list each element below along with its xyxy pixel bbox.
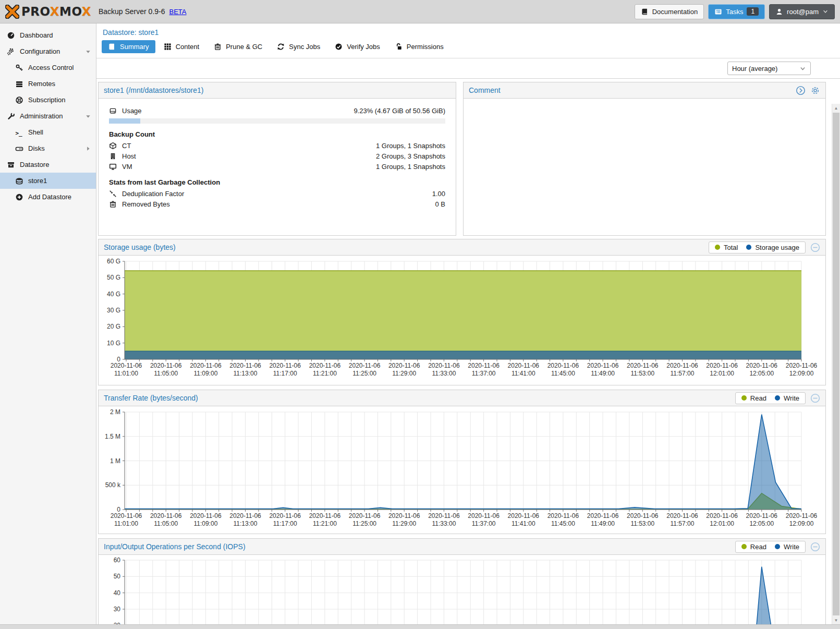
sidebar-item-dashboard[interactable]: Dashboard xyxy=(0,27,96,43)
chart-panel-header: Storage usage (bytes)TotalStorage usage xyxy=(99,239,825,256)
tachometer-icon xyxy=(7,31,15,40)
svg-text:11:33:00: 11:33:00 xyxy=(432,370,456,377)
range-select-value: Hour (average) xyxy=(732,65,777,72)
drive-icon xyxy=(109,107,117,115)
svg-text:>_: >_ xyxy=(16,129,23,136)
sidebar-item-shell[interactable]: >_Shell xyxy=(0,124,96,140)
sidebar-item-datastore[interactable]: Datastore xyxy=(0,156,96,173)
tab-label: Verify Jobs xyxy=(347,43,380,51)
sidebar-item-add-datastore[interactable]: Add Datastore xyxy=(0,189,96,205)
svg-text:2020-11-06: 2020-11-06 xyxy=(229,362,261,369)
product-subtitle: Backup Server 0.9-6 xyxy=(99,7,165,16)
svg-text:11:29:00: 11:29:00 xyxy=(392,520,416,527)
beta-link[interactable]: BETA xyxy=(169,8,187,16)
svg-text:11:17:00: 11:17:00 xyxy=(273,370,297,377)
tasks-icon xyxy=(714,8,722,16)
svg-text:2020-11-06: 2020-11-06 xyxy=(349,362,381,369)
minus-circle-icon[interactable] xyxy=(810,393,820,403)
stat-row: VM1 Groups, 1 Snapshots xyxy=(109,162,445,172)
scroll-up-arrow-icon[interactable]: ▲ xyxy=(832,104,840,112)
tab-content[interactable]: Content xyxy=(157,40,206,53)
svg-text:11:49:00: 11:49:00 xyxy=(591,370,615,377)
svg-text:30 G: 30 G xyxy=(107,307,120,314)
range-select[interactable]: Hour (average) xyxy=(727,62,811,75)
sidebar-item-administration[interactable]: Administration xyxy=(0,108,96,124)
legend-label: Write xyxy=(784,543,799,551)
legend-item-read[interactable]: Read xyxy=(741,543,766,551)
tab-prune-gc[interactable]: Prune & GC xyxy=(208,40,269,53)
main-content: Datastore: store1 SummaryContentPrune & … xyxy=(96,23,840,629)
svg-text:20 G: 20 G xyxy=(107,323,120,330)
chart-title: Transfer Rate (bytes/second) xyxy=(104,394,198,402)
terminal-icon: >_ xyxy=(15,128,23,137)
svg-text:12:05:00: 12:05:00 xyxy=(749,520,774,527)
documentation-button[interactable]: Documentation xyxy=(635,4,704,19)
svg-text:2020-11-06: 2020-11-06 xyxy=(309,512,341,519)
gear-icon[interactable] xyxy=(810,86,820,95)
svg-text:2020-11-06: 2020-11-06 xyxy=(150,512,182,519)
user-menu-button[interactable]: root@pam xyxy=(769,4,835,19)
svg-text:11:53:00: 11:53:00 xyxy=(630,370,654,377)
chart-range-toolbar: Hour (average) xyxy=(96,58,840,79)
svg-text:11:45:00: 11:45:00 xyxy=(551,370,575,377)
sidebar-item-configuration[interactable]: Configuration xyxy=(0,43,96,59)
svg-text:2020-11-06: 2020-11-06 xyxy=(746,362,778,369)
list-icon xyxy=(15,80,23,88)
stat-value: 1.00 xyxy=(432,190,445,198)
tab-summary[interactable]: Summary xyxy=(102,40,155,53)
legend-item-write[interactable]: Write xyxy=(775,394,799,402)
svg-text:11:33:00: 11:33:00 xyxy=(432,520,456,527)
tab-verify-jobs[interactable]: Verify Jobs xyxy=(328,40,386,53)
svg-text:2020-11-06: 2020-11-06 xyxy=(269,362,301,369)
legend-item-storage-usage[interactable]: Storage usage xyxy=(746,244,799,251)
legend-item-write[interactable]: Write xyxy=(775,543,799,551)
sidebar-item-label: Datastore xyxy=(20,161,49,168)
sidebar-item-subscription[interactable]: Subscription xyxy=(0,92,96,108)
chart-plot: 2 M1.5 M1 M500 k02020-11-0611:01:002020-… xyxy=(102,407,818,531)
svg-text:2020-11-06: 2020-11-06 xyxy=(627,362,659,369)
tab-permissions[interactable]: Permissions xyxy=(388,40,450,53)
sidebar-item-disks[interactable]: Disks xyxy=(0,140,96,156)
archive-icon xyxy=(7,161,15,169)
bottom-scroll-strip[interactable] xyxy=(0,624,840,629)
svg-text:10 G: 10 G xyxy=(107,340,120,347)
minus-circle-icon xyxy=(810,542,820,552)
tab-sync-jobs[interactable]: Sync Jobs xyxy=(271,40,326,53)
minus-circle-icon[interactable] xyxy=(810,243,820,252)
svg-text:12:05:00: 12:05:00 xyxy=(749,370,774,377)
svg-text:40 G: 40 G xyxy=(107,291,120,298)
backup-count-heading: Backup Count xyxy=(109,130,445,138)
building-icon xyxy=(109,152,117,160)
user-icon xyxy=(775,8,783,16)
sidebar-item-label: Access Control xyxy=(28,64,74,71)
stat-value: 1 Groups, 1 Snapshots xyxy=(376,142,445,150)
svg-text:11:01:00: 11:01:00 xyxy=(114,520,138,527)
svg-text:2020-11-06: 2020-11-06 xyxy=(150,362,182,369)
scroll-down-arrow-icon[interactable]: ▼ xyxy=(832,616,840,624)
vertical-scrollbar[interactable]: ▲ ▼ xyxy=(832,104,840,624)
proxmox-wordmark: PROXMOX xyxy=(21,5,91,18)
minus-circle-icon xyxy=(810,243,820,252)
chart-body: 60504030201002020-11-0611:01:002020-11-0… xyxy=(99,555,825,629)
wrench-icon xyxy=(7,112,15,120)
stat-row: CT1 Groups, 1 Snapshots xyxy=(109,141,445,151)
sidebar-item-store1[interactable]: store1 xyxy=(0,173,96,189)
proxmox-logo: PROXMOX xyxy=(5,5,91,19)
sidebar-item-remotes[interactable]: Remotes xyxy=(0,76,96,92)
legend-item-total[interactable]: Total xyxy=(715,244,738,251)
circle-chevron-right-icon[interactable] xyxy=(796,86,806,95)
chart-legend: ReadWrite xyxy=(735,392,806,404)
logo-part: X xyxy=(50,5,59,18)
svg-text:2020-11-06: 2020-11-06 xyxy=(111,362,142,369)
svg-text:60 G: 60 G xyxy=(107,258,120,265)
legend-item-read[interactable]: Read xyxy=(741,394,766,402)
scrollbar-thumb[interactable] xyxy=(833,113,839,615)
sidebar-item-label: Remotes xyxy=(28,80,55,88)
datastore-summary-panel-header: store1 (/mnt/datastores/store1) xyxy=(99,82,456,99)
gears-icon xyxy=(7,47,15,56)
tasks-button[interactable]: Tasks 1 xyxy=(708,4,765,19)
caret-down-icon xyxy=(85,49,91,55)
sidebar-item-access-control[interactable]: Access Control xyxy=(0,59,96,76)
usage-progress-fill xyxy=(109,118,140,124)
minus-circle-icon[interactable] xyxy=(810,542,820,552)
